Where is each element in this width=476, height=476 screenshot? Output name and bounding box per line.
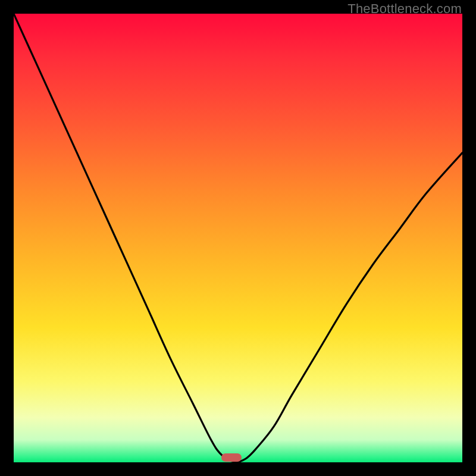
chart-frame: TheBottleneck.com: [0, 0, 476, 476]
optimum-marker: [221, 453, 242, 462]
bottleneck-curve: [14, 14, 462, 462]
watermark-text: TheBottleneck.com: [347, 1, 462, 17]
plot-area: [14, 14, 462, 462]
